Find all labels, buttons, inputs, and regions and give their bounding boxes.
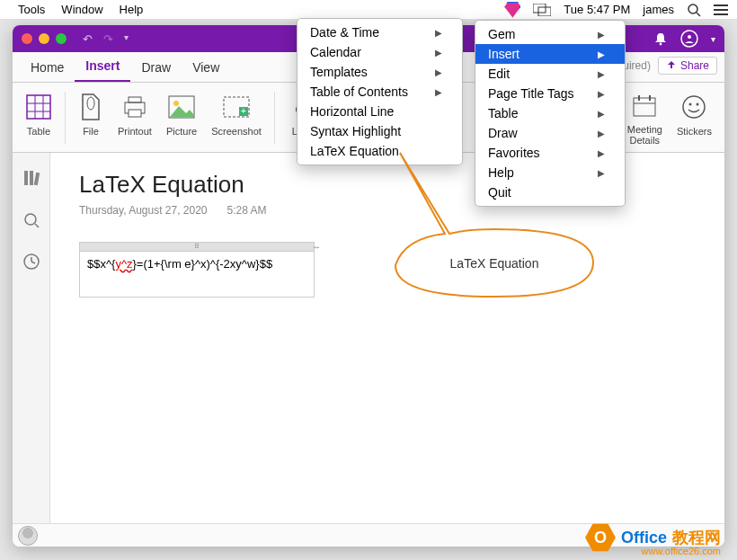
spotlight-icon[interactable] — [687, 3, 701, 17]
submenu-date-time[interactable]: Date & Time▶ — [297, 22, 462, 42]
ribbon-file[interactable]: File — [71, 88, 111, 147]
svg-point-9 — [688, 35, 691, 39]
gem-menu-draw[interactable]: Draw▶ — [475, 123, 625, 143]
share-button[interactable]: Share — [658, 57, 717, 75]
undo-icon[interactable]: ↶ — [83, 32, 93, 46]
submenu-horizontal-line[interactable]: Horizontal Line — [297, 102, 462, 121]
gem-menu-page-title-tags[interactable]: Page Title Tags▶ — [475, 84, 625, 103]
menu-help[interactable]: Help — [120, 3, 144, 16]
menu-tools[interactable]: Tools — [18, 3, 45, 16]
tab-home[interactable]: Home — [20, 53, 75, 82]
menubar-user[interactable]: james — [643, 3, 674, 16]
svg-point-29 — [689, 103, 692, 106]
svg-rect-1 — [538, 7, 551, 16]
notebooks-icon[interactable] — [22, 169, 40, 187]
recent-icon[interactable] — [23, 253, 40, 270]
svg-point-2 — [688, 4, 697, 13]
window-zoom[interactable] — [56, 33, 67, 44]
ribbon-screenshot[interactable]: + Screenshot — [204, 88, 269, 147]
ribbon-printout[interactable]: Printout — [111, 88, 159, 147]
note-grip[interactable]: ↔ — [80, 243, 314, 252]
share-status-fragment: uired) — [623, 59, 651, 72]
svg-rect-17 — [129, 97, 141, 102]
svg-point-15 — [87, 97, 94, 110]
svg-line-3 — [697, 13, 700, 16]
tab-insert[interactable]: Insert — [75, 51, 130, 82]
svg-point-20 — [173, 101, 179, 106]
gem-menu-insert[interactable]: Insert▶ — [475, 44, 625, 64]
gem-menu-gem[interactable]: Gem▶ — [475, 24, 625, 44]
qat-customize-icon[interactable]: ▾ — [124, 32, 129, 46]
tab-draw[interactable]: Draw — [130, 53, 182, 82]
account-icon[interactable] — [680, 30, 698, 48]
svg-rect-33 — [33, 173, 39, 185]
left-rail — [13, 153, 50, 523]
svg-point-7 — [660, 43, 662, 46]
note-body[interactable]: $$x^{y^z}=(1+{\rm e}^x)^{-2xy^w}$$ — [80, 252, 314, 297]
svg-point-34 — [25, 214, 36, 225]
window-minimize[interactable] — [39, 33, 49, 44]
svg-point-28 — [683, 96, 705, 118]
ribbon-meeting-details[interactable]: Meeting Details — [620, 88, 670, 147]
svg-rect-0 — [533, 4, 546, 13]
ribbon-table[interactable]: Table — [18, 88, 59, 147]
note-container[interactable]: ↔ $$x^{y^z}=(1+{\rm e}^x)^{-2xy^w}$$ — [79, 242, 315, 298]
account-chevron-icon[interactable]: ▾ — [711, 34, 715, 44]
mac-menubar: Tools Window Help Tue 5:47 PM james — [0, 0, 737, 20]
svg-rect-10 — [27, 95, 50, 119]
svg-point-30 — [697, 103, 699, 106]
callout-text: LaTeX Equation — [450, 256, 539, 271]
redo-icon[interactable]: ↷ — [103, 32, 113, 46]
ribbon-picture[interactable]: Picture — [159, 88, 204, 147]
svg-rect-18 — [129, 110, 141, 117]
search-icon[interactable] — [23, 212, 40, 228]
svg-rect-32 — [30, 171, 33, 185]
submenu-templates[interactable]: Templates▶ — [297, 62, 462, 82]
svg-rect-24 — [634, 98, 655, 116]
ribbon-stickers[interactable]: Stickers — [670, 88, 719, 147]
gem-menu-table[interactable]: Table▶ — [475, 103, 625, 123]
callout: LaTeX Equation — [377, 144, 611, 306]
submenu-syntax-highlight[interactable]: Syntax Highlight — [297, 121, 462, 141]
avatar[interactable] — [18, 526, 38, 546]
screen-mirror-icon[interactable] — [533, 4, 551, 16]
submenu-toc[interactable]: Table of Contents▶ — [297, 82, 462, 102]
svg-line-38 — [31, 262, 35, 263]
menubar-clock: Tue 5:47 PM — [564, 3, 630, 16]
window-close[interactable] — [22, 33, 32, 44]
gem-menu-edit[interactable]: Edit▶ — [475, 64, 625, 84]
watermark: O Office教程网 www.office26.com — [585, 522, 721, 553]
svg-rect-31 — [24, 171, 28, 185]
menu-window[interactable]: Window — [61, 3, 102, 16]
watermark-hex-icon: O — [585, 522, 616, 553]
notification-bell-icon[interactable] — [653, 31, 668, 46]
gem-menu-icon[interactable] — [504, 2, 520, 18]
svg-text:+: + — [241, 106, 246, 116]
menu-list-icon[interactable] — [714, 4, 728, 16]
svg-line-35 — [35, 224, 39, 227]
tab-view[interactable]: View — [182, 53, 230, 82]
submenu-calendar[interactable]: Calendar▶ — [297, 42, 462, 62]
share-icon — [666, 60, 677, 71]
